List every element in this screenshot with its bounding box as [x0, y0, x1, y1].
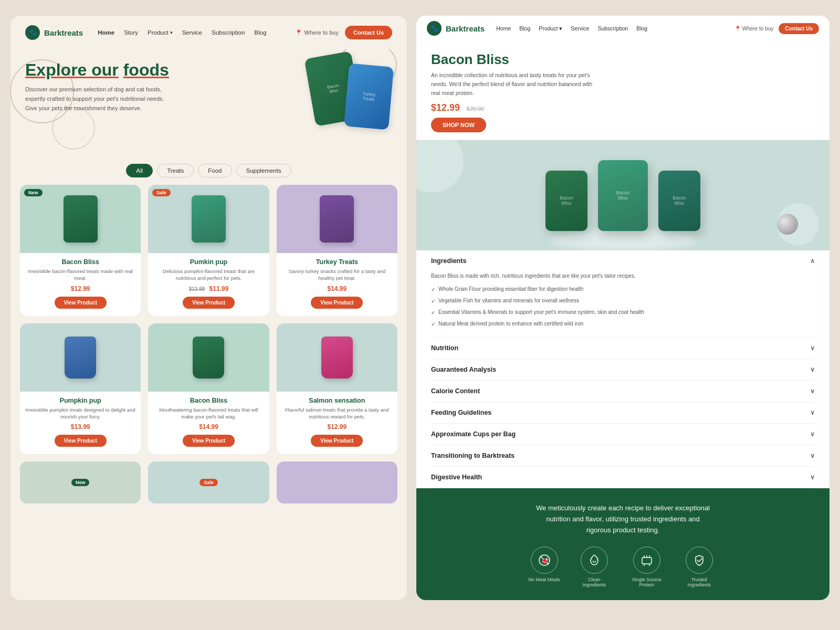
- banner-icons: 🥩 No Meat Meals Clean Ingredients: [431, 547, 815, 587]
- protein-label: Single Source Protein: [628, 577, 665, 587]
- tab-treats[interactable]: Treats: [157, 164, 194, 177]
- right-nav-blog2[interactable]: Blog: [636, 25, 647, 32]
- product-card-pumpkin2: Pumpkin pup Irresistible pumpkin treats …: [20, 323, 141, 455]
- product-info-salmon: Salmon sensation Flavorful salmon treats…: [277, 392, 397, 447]
- nav-links: Home Story Product ▾ Service Subscriptio…: [98, 29, 280, 36]
- location-icon: 📍: [295, 29, 302, 36]
- contact-button[interactable]: Contact Us: [345, 26, 392, 39]
- product-jar-img: [321, 337, 353, 379]
- accordion-header-ingredients[interactable]: Ingredients ∧: [431, 250, 815, 271]
- right-nav-right: 📍 Where to buy Contact Us: [734, 23, 819, 34]
- accordion-section: Ingredients ∧ Bacon Bliss is made with r…: [416, 250, 830, 488]
- view-product-button[interactable]: View Product: [311, 435, 363, 447]
- clean-icon: [581, 547, 608, 574]
- accordion-header-calorie[interactable]: Calorie Content ∨: [431, 381, 815, 402]
- product-name: Bacon Bliss: [153, 397, 264, 404]
- product-card-pumpkin-pup: Sale Pumkin pup Delicious pumpkin-flavor…: [148, 185, 269, 316]
- view-product-button[interactable]: View Product: [55, 297, 107, 309]
- shop-now-button[interactable]: SHOP NOW: [431, 118, 486, 132]
- product-desc: Irresistible bacon-flavored treats made …: [25, 268, 135, 282]
- right-nav-subscription[interactable]: Subscription: [597, 25, 628, 32]
- product-card-salmon: Salmon sensation Flavorful salmon treats…: [277, 323, 397, 455]
- ingredient-item-1: ✓ Whole Grain Flour providing essential …: [431, 285, 815, 294]
- right-nav-home[interactable]: Home: [496, 25, 511, 32]
- accordion-calorie: Calorie Content ∨: [431, 381, 815, 402]
- chevron-down-icon: ∨: [810, 474, 815, 481]
- clean-label: Clean Ingredients: [576, 577, 613, 587]
- view-product-button[interactable]: View Product: [183, 435, 235, 447]
- accordion-transitioning: Transitioning to Barktreats ∨: [431, 445, 815, 467]
- tab-all[interactable]: All: [126, 164, 153, 177]
- accordion-header-cups[interactable]: Approximate Cups per Bag ∨: [431, 424, 815, 445]
- filter-tabs: All Treats Food Supplements: [10, 164, 407, 177]
- where-to-buy[interactable]: 📍 Where to buy: [295, 29, 339, 36]
- accordion-header-feeding[interactable]: Feeding Guidelines ∨: [431, 402, 815, 423]
- product-jar-img: [65, 337, 96, 379]
- nav-home[interactable]: Home: [98, 29, 114, 36]
- right-nav-product[interactable]: Product ▾: [539, 25, 562, 32]
- svg-text:🥩: 🥩: [542, 557, 549, 564]
- svg-rect-6: [642, 558, 652, 564]
- product-detail-desc: An incredible collection of nutritious a…: [431, 71, 599, 97]
- right-panel: 🐾 Barktreats Home Blog Product ▾ Service…: [416, 16, 830, 600]
- left-panel: 🐾 Barktreats Home Story Product ▾ Servic…: [10, 16, 407, 600]
- accordion-cups: Approximate Cups per Bag ∨: [431, 424, 815, 445]
- view-product-button[interactable]: View Product: [55, 435, 107, 447]
- product-price: $14.99: [282, 285, 392, 292]
- nav-service[interactable]: Service: [182, 29, 202, 36]
- product-info-pumpkin: Pumkin pup Delicious pumpkin-flavored tr…: [148, 253, 269, 309]
- product-img-pumpkin: Sale: [148, 185, 269, 253]
- checkmark-icon: ✓: [431, 297, 435, 306]
- tab-food[interactable]: Food: [198, 164, 232, 177]
- trusted-icon: [686, 547, 713, 574]
- banner-icon-trusted: Trusted Ingredients: [681, 547, 718, 587]
- right-nav-service[interactable]: Service: [571, 25, 589, 32]
- accordion-guaranteed: Guaranteed Analysis ∨: [431, 359, 815, 381]
- platform: [550, 229, 697, 250]
- chevron-down-icon: ∨: [810, 409, 815, 416]
- product-desc: Flavorful salmon treats that provide a t…: [282, 406, 392, 421]
- product-img-bacon2: [148, 323, 269, 392]
- orb-3: [756, 151, 788, 182]
- nav-product[interactable]: Product ▾: [148, 29, 173, 36]
- product-jar-img: [193, 337, 224, 379]
- accordion-header-guaranteed[interactable]: Guaranteed Analysis ∨: [431, 359, 815, 380]
- product-name: Bacon Bliss: [25, 258, 135, 266]
- product-info-turkey: Turkey Treats Savory turkey snacks craft…: [277, 253, 397, 309]
- trusted-label: Trusted Ingredients: [681, 577, 718, 587]
- showcase-bag-center: BaconBliss: [598, 160, 648, 231]
- green-banner: We meticulously create each recipe to de…: [416, 488, 830, 600]
- right-where-to-buy[interactable]: 📍 Where to buy: [734, 26, 773, 32]
- accordion-ingredients: Ingredients ∧ Bacon Bliss is made with r…: [431, 250, 815, 338]
- accordion-nutrition: Nutrition ∨: [431, 338, 815, 359]
- right-logo[interactable]: 🐾 Barktreats: [427, 21, 485, 36]
- nav-blog[interactable]: Blog: [254, 29, 266, 36]
- banner-icon-protein: Single Source Protein: [628, 547, 665, 587]
- product-grid-row2: Pumpkin pup Irresistible pumpkin treats …: [10, 323, 407, 455]
- accordion-header-transitioning[interactable]: Transitioning to Barktreats ∨: [431, 445, 815, 466]
- view-product-button[interactable]: View Product: [183, 297, 235, 309]
- orb-1: [416, 140, 464, 193]
- accordion-header-nutrition[interactable]: Nutrition ∨: [431, 338, 815, 359]
- green-banner-text: We meticulously create each recipe to de…: [534, 503, 712, 536]
- nav-story[interactable]: Story: [124, 29, 138, 36]
- right-brand-name: Barktreats: [446, 24, 485, 33]
- logo[interactable]: 🐾 Barktreats: [25, 25, 83, 40]
- product-price: $14.99: [153, 423, 264, 430]
- chevron-down-icon: ∨: [810, 430, 815, 438]
- chevron-down-icon: ∨: [810, 387, 815, 395]
- right-nav-blog[interactable]: Blog: [519, 25, 530, 32]
- product-card-bacon-bliss: New Bacon Bliss Irresistible bacon-flavo…: [20, 185, 141, 316]
- badge-sale: Sale: [152, 189, 171, 196]
- product-grid-row1: New Bacon Bliss Irresistible bacon-flavo…: [10, 185, 407, 316]
- ingredient-item-3: ✓ Essential Vitamins & Minerals to suppo…: [431, 308, 815, 317]
- tab-supplements[interactable]: Supplements: [236, 164, 291, 177]
- product-img-pumpkin2: [20, 323, 141, 392]
- accordion-content-ingredients: Bacon Bliss is made with rich, nutritiou…: [431, 271, 815, 337]
- hero-images: BaconBliss TurkeyTreats: [310, 55, 391, 128]
- right-contact-button[interactable]: Contact Us: [779, 23, 819, 34]
- accordion-header-digestive[interactable]: Digestive Health ∨: [431, 467, 815, 488]
- product-card-bacon2: Bacon Bliss Mouthwatering bacon-flavored…: [148, 323, 269, 455]
- nav-subscription[interactable]: Subscription: [212, 29, 245, 36]
- view-product-button[interactable]: View Product: [311, 297, 363, 309]
